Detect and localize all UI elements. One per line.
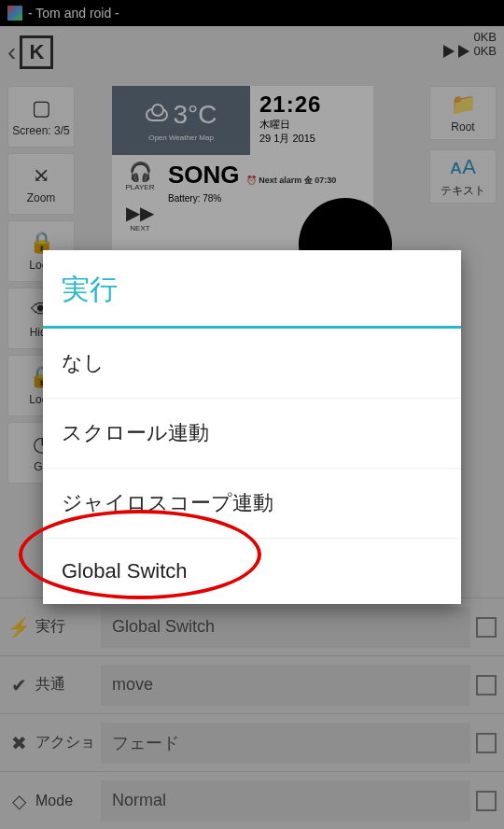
run-dialog: 実行 なし スクロール連動 ジャイロスコープ連動 Global Switch	[43, 250, 461, 604]
dialog-option-global-switch[interactable]: Global Switch	[43, 539, 461, 604]
dialog-option-none[interactable]: なし	[43, 329, 461, 399]
dialog-title: 実行	[43, 250, 461, 329]
dialog-option-gyro[interactable]: ジャイロスコープ連動	[43, 469, 461, 539]
dialog-option-scroll[interactable]: スクロール連動	[43, 399, 461, 469]
